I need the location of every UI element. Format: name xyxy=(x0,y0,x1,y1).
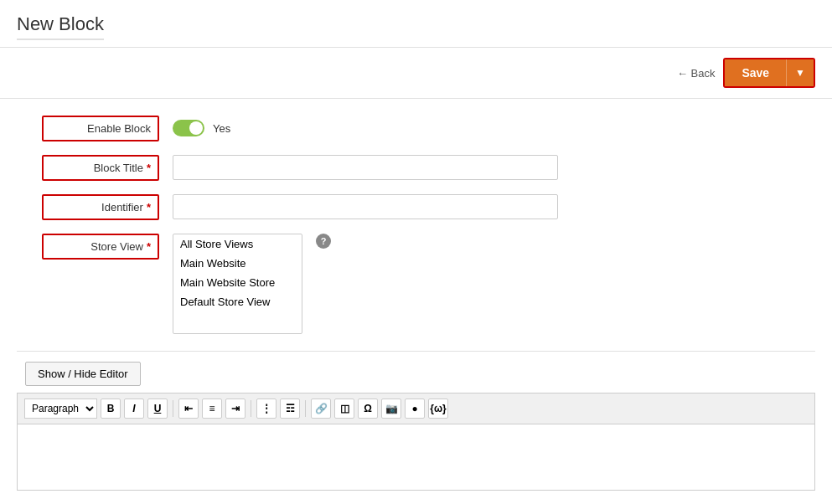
enable-block-toggle[interactable] xyxy=(173,120,204,136)
media-button[interactable]: ● xyxy=(405,399,425,419)
required-star: * xyxy=(147,162,151,174)
toolbar-sep-2 xyxy=(251,400,251,417)
top-action-bar: ← Back Save ▼ xyxy=(0,48,832,99)
block-title-label: Block Title * xyxy=(42,155,159,181)
store-view-row: Store View * All Store Views Main Websit… xyxy=(42,234,815,334)
required-star-3: * xyxy=(147,240,151,253)
enable-block-toggle-container: Yes xyxy=(173,116,230,136)
align-right-button[interactable]: ⇥ xyxy=(225,399,245,419)
identifier-label: Identifier * xyxy=(42,194,159,220)
ordered-list-button[interactable]: ☶ xyxy=(280,399,300,419)
table-button[interactable]: ◫ xyxy=(334,399,354,419)
form-section: Enable Block Yes Block Title * Identifie… xyxy=(42,116,815,334)
toolbar-sep-3 xyxy=(305,400,306,417)
show-hide-editor-button[interactable]: Show / Hide Editor xyxy=(25,362,141,386)
align-center-button[interactable]: ≡ xyxy=(202,399,222,419)
save-button-group: Save ▼ xyxy=(723,58,815,88)
content-area: Enable Block Yes Block Title * Identifie… xyxy=(0,99,832,491)
block-title-input[interactable] xyxy=(173,155,558,180)
page-title: New Block xyxy=(17,13,104,40)
identifier-input[interactable] xyxy=(173,194,558,219)
save-dropdown-button[interactable]: ▼ xyxy=(786,59,814,86)
page-header: New Block xyxy=(0,0,832,48)
bold-button[interactable]: B xyxy=(101,399,121,419)
enable-block-label: Enable Block xyxy=(42,116,159,141)
help-icon[interactable]: ? xyxy=(316,234,331,249)
paragraph-select[interactable]: Paragraph xyxy=(24,399,97,419)
required-star-2: * xyxy=(147,201,151,213)
special-char-button[interactable]: Ω xyxy=(358,399,378,419)
store-view-select[interactable]: All Store Views Main Website Main Websit… xyxy=(173,234,302,334)
store-view-option-all[interactable]: All Store Views xyxy=(173,234,302,254)
store-view-option-main-website[interactable]: Main Website xyxy=(173,254,302,273)
identifier-row: Identifier * xyxy=(42,194,815,220)
store-view-option-main-website-store[interactable]: Main Website Store xyxy=(173,273,302,292)
store-view-option-default[interactable]: Default Store View xyxy=(173,292,302,311)
store-view-label: Store View * xyxy=(42,234,159,260)
editor-body[interactable] xyxy=(17,424,815,491)
enable-block-row: Enable Block Yes xyxy=(42,116,815,141)
back-button[interactable]: ← Back xyxy=(677,67,716,80)
image-button[interactable]: 📷 xyxy=(381,399,401,419)
editor-section: Show / Hide Editor Paragraph B I U ⇤ ≡ ⇥… xyxy=(17,351,815,491)
block-title-row: Block Title * xyxy=(42,155,815,181)
link-button[interactable]: 🔗 xyxy=(311,399,331,419)
variable-button[interactable]: {ω} xyxy=(428,399,448,419)
save-button[interactable]: Save xyxy=(725,59,786,86)
enable-block-value: Yes xyxy=(213,122,230,135)
toggle-knob xyxy=(189,121,203,135)
toolbar-sep-1 xyxy=(173,400,173,417)
italic-button[interactable]: I xyxy=(124,399,144,419)
unordered-list-button[interactable]: ⋮ xyxy=(256,399,276,419)
align-left-button[interactable]: ⇤ xyxy=(178,399,199,419)
editor-toolbar: Paragraph B I U ⇤ ≡ ⇥ ⋮ ☶ 🔗 ◫ Ω 📷 ● {ω} xyxy=(17,393,815,424)
underline-button[interactable]: U xyxy=(147,399,168,419)
